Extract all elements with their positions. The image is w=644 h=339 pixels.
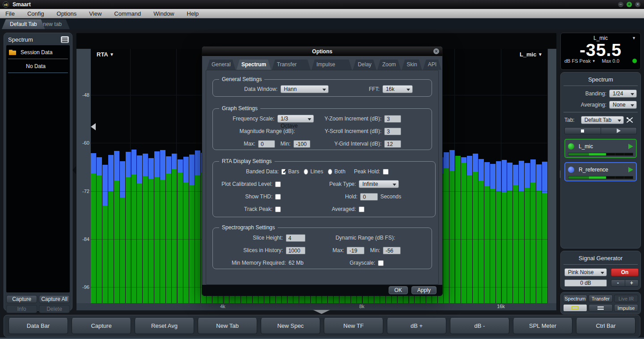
options-dialog: Options × GeneralSpectrumTransfer Functi… xyxy=(202,46,443,296)
quick-button-new-tf[interactable]: New TF xyxy=(324,318,383,334)
show-thd-checkbox[interactable] xyxy=(275,194,281,200)
magnitude-min-input[interactable]: -100 xyxy=(293,140,310,148)
stop-button[interactable] xyxy=(565,128,601,134)
play-icon[interactable] xyxy=(628,167,633,172)
minimize-button[interactable]: − xyxy=(618,2,623,7)
y-grid-interval-input[interactable]: 12 xyxy=(384,140,401,148)
averaged-checkbox[interactable] xyxy=(359,206,364,212)
peak-type-select[interactable]: Infinite xyxy=(359,180,399,188)
info-button[interactable]: Info xyxy=(6,305,37,313)
y-axis-cursor-marker[interactable] xyxy=(91,123,96,130)
menu-options[interactable]: Options xyxy=(51,9,83,18)
meter-unit-selector[interactable]: dB FS Peak ▼ xyxy=(564,58,596,64)
quick-button-db-[interactable]: dB + xyxy=(387,318,446,334)
general-settings-group: General Settings Data Window: Hann FFT: … xyxy=(212,76,432,97)
dialog-tab-general[interactable]: General xyxy=(207,60,236,70)
dialog-close-icon[interactable]: × xyxy=(433,48,439,54)
magnitude-max-input[interactable]: 0 xyxy=(258,140,275,148)
data-window-select[interactable]: Hann xyxy=(280,85,329,93)
averaging-select[interactable]: None xyxy=(609,101,637,109)
play-icon[interactable] xyxy=(628,144,633,149)
generator-on-button[interactable]: On xyxy=(611,268,639,276)
hamburger-menu-icon[interactable] xyxy=(61,36,69,43)
mode-transfer-button[interactable]: Transfer xyxy=(589,295,613,302)
tree-item-no-data[interactable]: No Data xyxy=(6,62,70,71)
quick-button-capture[interactable]: Capture xyxy=(72,318,131,334)
rta-bar-l-mic xyxy=(507,190,513,303)
channel-strip-r-reference[interactable]: R_reference xyxy=(564,162,637,181)
plot-calibrated-checkbox[interactable] xyxy=(275,181,281,187)
dialog-tab-skin[interactable]: Skin xyxy=(402,60,422,70)
play-icon xyxy=(617,129,621,133)
dialog-titlebar[interactable]: Options × xyxy=(202,47,442,56)
fft-select[interactable]: 16k xyxy=(382,85,413,93)
level-minus-button[interactable]: - xyxy=(611,280,625,286)
menu-view[interactable]: View xyxy=(83,9,108,18)
bottom-collapse-handle-icon[interactable] xyxy=(313,310,330,314)
dynamic-min-input[interactable]: -56 xyxy=(383,247,401,254)
channel-strip-l-mic[interactable]: L_mic xyxy=(564,139,637,158)
dialog-tab-spectrum[interactable]: Spectrum xyxy=(237,60,271,70)
tab-select[interactable]: Default Tab xyxy=(581,116,624,124)
capture-button[interactable]: Capture xyxy=(6,295,37,303)
v-gridline xyxy=(130,49,131,303)
tree-item-session-data[interactable]: Session Data xyxy=(6,48,70,57)
grayscale-checkbox[interactable] xyxy=(378,260,384,266)
mode-live-ir-button[interactable]: Live IR xyxy=(614,295,638,302)
banded-both-radio[interactable] xyxy=(328,169,332,175)
quick-button-db-[interactable]: dB - xyxy=(450,318,509,334)
quick-button-ctrl-bar[interactable]: Ctrl Bar xyxy=(576,318,636,334)
dialog-tab-zoom[interactable]: Zoom xyxy=(377,60,401,70)
capture-all-button[interactable]: Capture All xyxy=(39,295,70,303)
dialog-tab-impulse-response[interactable]: Impulse Response xyxy=(312,60,352,70)
menu-help[interactable]: Help xyxy=(181,9,205,18)
y-scroll-increment-input[interactable]: 3 xyxy=(384,128,401,135)
rta-display-settings-legend: RTA Display Settings xyxy=(219,158,275,164)
y-axis[interactable]: -48-60-72-84-96 xyxy=(76,49,91,303)
play-button[interactable] xyxy=(601,128,637,134)
y-zoom-increment-input[interactable]: 3 xyxy=(384,115,401,123)
menu-command[interactable]: Command xyxy=(108,9,147,18)
banded-bars-checkbox[interactable] xyxy=(281,169,286,175)
tab-default-tab[interactable]: Default Tab xyxy=(2,19,45,29)
track-peak-checkbox[interactable] xyxy=(275,206,281,212)
dynamic-max-input[interactable]: -19 xyxy=(347,247,364,254)
slice-height-input[interactable]: 4 xyxy=(286,234,305,242)
single-pane-layout-button[interactable] xyxy=(563,304,587,312)
quick-button-new-spec[interactable]: New Spec xyxy=(261,318,320,334)
dialog-tab-api[interactable]: API xyxy=(423,60,441,70)
slices-in-history-input[interactable]: 1000 xyxy=(286,247,305,254)
x-axis[interactable]: 4k8k16k xyxy=(76,303,556,310)
graph-type-selector[interactable]: RTA ▼ xyxy=(97,51,114,58)
split-pane-layout-button[interactable] xyxy=(589,304,613,312)
dialog-tab-delay[interactable]: Delay xyxy=(353,60,377,70)
quick-button-new-tab[interactable]: New Tab xyxy=(198,318,257,334)
level-meter: L_mic ▼ -35.5 dB FS Peak ▼ Max 0.0 xyxy=(560,33,641,70)
menu-file[interactable]: File xyxy=(0,9,21,18)
menu-window[interactable]: Window xyxy=(147,9,180,18)
hold-input[interactable]: 0 xyxy=(360,193,378,201)
impulse-button[interactable]: Impulse xyxy=(614,304,638,312)
frequency-scale-select[interactable]: 1/3 Octave xyxy=(277,115,314,123)
graph-source-selector[interactable]: L_mic ▼ xyxy=(520,51,542,58)
banding-select[interactable]: 1/24 xyxy=(609,90,637,98)
tab-settings-tools-icon[interactable] xyxy=(625,116,634,124)
ok-button[interactable]: OK xyxy=(389,286,408,294)
quick-button-spl-meter[interactable]: SPL Meter xyxy=(513,318,572,334)
menu-config[interactable]: Config xyxy=(21,9,51,18)
left-collapse-handle-icon[interactable] xyxy=(72,166,76,174)
generator-level-display[interactable]: 0 dB xyxy=(564,279,607,287)
mode-spectrum-button[interactable]: Spectrum xyxy=(563,295,587,302)
dialog-tab-transfer-function[interactable]: Transfer Function xyxy=(272,60,310,70)
generator-source-select[interactable]: Pink Noise xyxy=(564,268,607,276)
close-button[interactable]: × xyxy=(635,2,640,7)
quick-button-data-bar[interactable]: Data Bar xyxy=(8,318,68,334)
delete-button[interactable]: Delete xyxy=(39,305,70,313)
level-plus-button[interactable]: + xyxy=(625,280,639,286)
peak-hold-checkbox[interactable] xyxy=(383,169,389,175)
quick-button-reset-avg[interactable]: Reset Avg xyxy=(135,318,194,334)
apply-button[interactable]: Apply xyxy=(411,286,436,294)
banded-lines-radio[interactable] xyxy=(304,169,308,175)
zoom-button[interactable]: + xyxy=(627,2,632,7)
chevron-down-icon[interactable]: ▼ xyxy=(632,36,636,40)
